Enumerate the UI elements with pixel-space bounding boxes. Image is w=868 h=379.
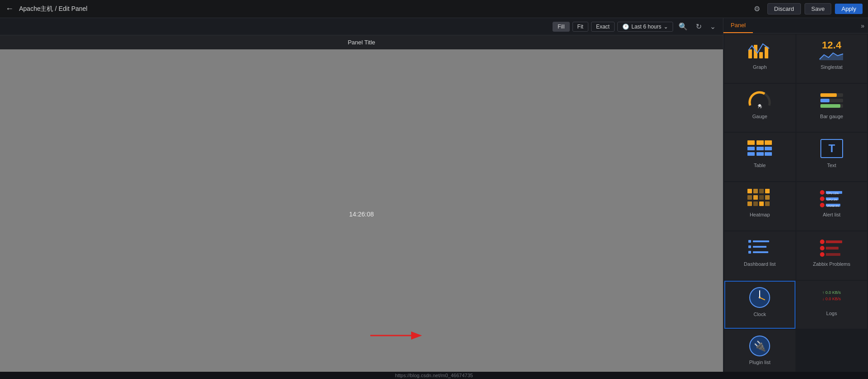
- bargauge-icon: [818, 88, 845, 111]
- svg-text:🔌: 🔌: [754, 340, 766, 352]
- back-button[interactable]: ←: [5, 4, 14, 14]
- svg-rect-23: [765, 152, 772, 156]
- svg-rect-32: [759, 195, 764, 200]
- svg-rect-2: [748, 49, 752, 58]
- svg-text:↑ 0.0 KB/s: ↑ 0.0 KB/s: [822, 290, 841, 295]
- panel-type-zabbixproblems[interactable]: Zabbix Problems: [796, 231, 868, 280]
- svg-rect-20: [765, 147, 772, 150]
- refresh-button[interactable]: ↻: [693, 21, 704, 32]
- alertlist-label: Alert list: [823, 212, 840, 217]
- exact-button[interactable]: Exact: [591, 22, 615, 32]
- svg-point-53: [820, 240, 824, 244]
- text-label: Text: [827, 163, 836, 168]
- panel-type-table[interactable]: Table: [724, 133, 795, 181]
- svg-rect-51: [748, 251, 751, 254]
- panel-toolbar: Fill Fit Exact 🕐 Last 6 hours ⌄ 🔍 ↻ ⌄: [0, 18, 723, 35]
- svg-rect-56: [826, 247, 839, 249]
- alertlist-icon: CPU 11% GPU 1% VRAM 0%: [818, 187, 845, 209]
- panel-type-singlestat[interactable]: 12.4 Singlestat: [796, 34, 868, 83]
- svg-text:CPU  11%: CPU 11%: [827, 192, 839, 195]
- svg-rect-36: [759, 201, 764, 206]
- settings-button[interactable]: ⚙: [750, 3, 764, 15]
- zabbixproblems-label: Zabbix Problems: [813, 261, 850, 267]
- top-bar: ← Apache主机 / Edit Panel ⚙ Discard Save A…: [0, 0, 868, 18]
- svg-rect-10: [820, 93, 837, 97]
- main-layout: Fill Fit Exact 🕐 Last 6 hours ⌄ 🔍 ↻ ⌄ Pa…: [0, 18, 868, 379]
- table-icon: [746, 137, 773, 160]
- svg-rect-12: [820, 99, 829, 102]
- dropdown-icon: ⌄: [664, 24, 668, 30]
- panel-type-bargauge[interactable]: Bar gauge: [796, 84, 868, 132]
- svg-rect-14: [820, 104, 840, 108]
- panel-type-text[interactable]: T Text: [796, 133, 868, 181]
- svg-rect-35: [753, 201, 758, 206]
- discard-button[interactable]: Discard: [767, 3, 801, 14]
- panel-type-pluginlist[interactable]: 🔌 Plugin list: [724, 330, 795, 378]
- more-options-button[interactable]: ⌄: [707, 21, 718, 32]
- panel-type-dashboardlist[interactable]: Dashboard list: [724, 231, 795, 280]
- pluginlist-icon: 🔌: [746, 334, 773, 357]
- svg-rect-34: [747, 201, 752, 206]
- svg-text:VRAM 0%: VRAM 0%: [827, 205, 839, 207]
- table-label: Table: [754, 163, 766, 168]
- tab-panel[interactable]: Panel: [723, 18, 753, 33]
- svg-rect-49: [748, 245, 751, 248]
- svg-rect-26: [747, 189, 752, 193]
- svg-rect-16: [756, 140, 764, 145]
- svg-rect-52: [753, 251, 768, 253]
- footer-url: https://blog.csdn.net/m0_46674735: [0, 372, 868, 379]
- svg-point-57: [820, 252, 824, 257]
- panel-types-grid: Graph 12.4 Singlestat: [723, 34, 868, 379]
- panel-type-alertlist[interactable]: CPU 11% GPU 1% VRAM 0% Alert list: [796, 182, 868, 230]
- panel-area: Fill Fit Exact 🕐 Last 6 hours ⌄ 🔍 ↻ ⌄ Pa…: [0, 18, 723, 379]
- svg-rect-22: [756, 152, 764, 156]
- svg-marker-6: [820, 53, 843, 60]
- save-button[interactable]: Save: [805, 3, 832, 14]
- svg-rect-19: [756, 147, 764, 150]
- panel-type-graph[interactable]: Graph: [724, 34, 795, 83]
- panel-title: Panel Title: [348, 39, 375, 46]
- logs-label: Logs: [826, 311, 837, 316]
- gauge-icon: 79: [746, 88, 773, 111]
- dashboardlist-icon: [746, 236, 773, 259]
- fill-button[interactable]: Fill: [553, 22, 569, 32]
- apply-button[interactable]: Apply: [835, 4, 863, 14]
- zoom-out-button[interactable]: 🔍: [676, 21, 690, 32]
- fit-button[interactable]: Fit: [572, 22, 588, 32]
- svg-rect-48: [753, 240, 769, 242]
- svg-rect-15: [747, 140, 755, 145]
- breadcrumb: Apache主机 / Edit Panel: [19, 5, 87, 13]
- svg-rect-5: [765, 47, 768, 58]
- panel-type-logs[interactable]: ↑ 0.0 KB/s ↓ 0.0 KB/s Logs: [796, 281, 868, 329]
- heatmap-icon: [746, 187, 773, 209]
- panel-visualization: Panel Title 14:26:08: [0, 35, 723, 379]
- panel-type-heatmap[interactable]: Heatmap: [724, 182, 795, 230]
- gauge-label: Gauge: [752, 114, 767, 119]
- top-bar-actions: ⚙ Discard Save Apply: [750, 3, 863, 15]
- pluginlist-label: Plugin list: [749, 360, 771, 365]
- heatmap-label: Heatmap: [750, 212, 770, 217]
- panel-type-clock[interactable]: Clock: [724, 281, 795, 329]
- text-icon: T: [818, 137, 845, 160]
- sidebar-tabs: Panel »: [723, 18, 868, 34]
- panel-canvas: 14:26:08: [0, 49, 723, 379]
- singlestat-label: Singlestat: [821, 64, 843, 70]
- dashboardlist-label: Dashboard list: [744, 261, 776, 267]
- logs-icon: ↑ 0.0 KB/s ↓ 0.0 KB/s: [818, 285, 845, 308]
- clock-label: Clock: [753, 312, 766, 317]
- right-sidebar: Panel » Graph: [723, 18, 868, 379]
- time-range-button[interactable]: 🕐 Last 6 hours ⌄: [617, 22, 673, 32]
- svg-point-55: [820, 246, 824, 250]
- sidebar-toggle-button[interactable]: »: [857, 18, 868, 33]
- svg-rect-30: [747, 195, 752, 200]
- svg-rect-31: [753, 195, 758, 200]
- clock-icon: 🕐: [622, 24, 629, 30]
- svg-rect-21: [747, 152, 755, 156]
- svg-rect-58: [826, 253, 840, 256]
- arrow-indicator: [370, 329, 425, 342]
- svg-rect-18: [747, 147, 755, 150]
- time-range-label: Last 6 hours: [631, 24, 661, 30]
- singlestat-icon: 12.4: [818, 39, 845, 62]
- svg-text:↓ 0.0 KB/s: ↓ 0.0 KB/s: [822, 297, 841, 301]
- panel-type-gauge[interactable]: 79 Gauge: [724, 84, 795, 132]
